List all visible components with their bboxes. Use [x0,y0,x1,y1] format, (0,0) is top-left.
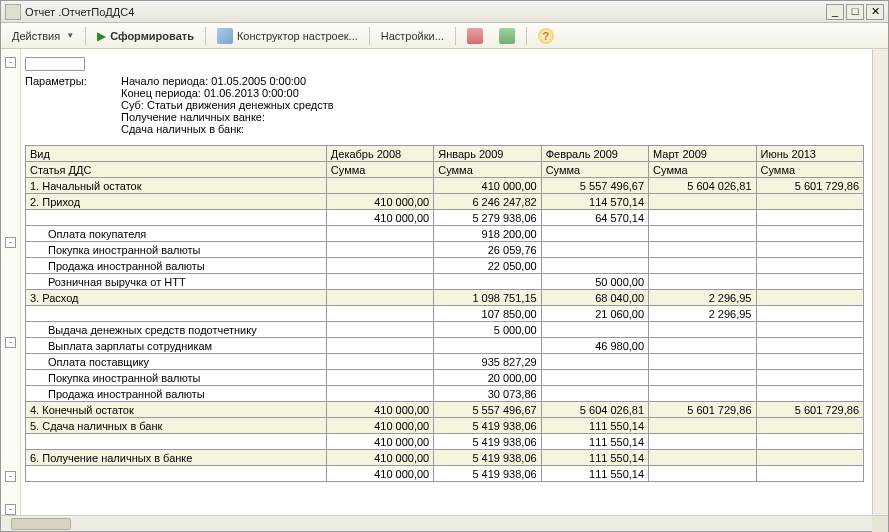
table-row[interactable]: 6. Получение наличных в банке410 000,005… [26,450,864,466]
cell-value: 5 000,00 [434,322,541,338]
table-row[interactable]: Покупка иностранной валюты26 059,76 [26,242,864,258]
param-key: Конец периода: [121,87,201,99]
titlebar: Отчет .ОтчетПоДДС4 _ □ ✕ [1,1,888,23]
param-key: Начало периода: [121,75,208,87]
cell-value [649,274,756,290]
cell-value: 918 200,00 [434,226,541,242]
header-row-2: Статья ДДС Сумма Сумма Сумма Сумма Сумма [26,162,864,178]
table-row[interactable]: Оплата поставщику935 827,29 [26,354,864,370]
toggle-s2[interactable]: - [5,237,16,248]
cell-value: 21 060,00 [541,306,648,322]
cell-value: 26 059,76 [434,242,541,258]
scroll-thumb[interactable] [11,518,71,530]
row-label: Оплата покупателя [26,226,327,242]
table-row[interactable]: 410 000,005 279 938,0664 570,14 [26,210,864,226]
row-label: Оплата поставщику [26,354,327,370]
help-button[interactable]: ? [531,25,561,47]
tool1-button[interactable] [460,25,490,47]
table-row[interactable]: Продажа иностранной валюты22 050,00 [26,258,864,274]
params-label: Параметры: [25,75,121,135]
cell-value [649,338,756,354]
vertical-scrollbar[interactable] [872,49,888,515]
cell-value [756,434,864,450]
chevron-down-icon: ▼ [66,31,74,40]
cell-value [541,258,648,274]
table-row[interactable]: 2. Приход410 000,006 246 247,82114 570,1… [26,194,864,210]
cell-value [649,370,756,386]
window-title: Отчет .ОтчетПоДДС4 [25,6,826,18]
col-sum: Сумма [326,162,433,178]
table-row[interactable]: 410 000,005 419 938,06111 550,14 [26,434,864,450]
cell-value [649,242,756,258]
constructor-button[interactable]: Конструктор настроек... [210,25,365,47]
minimize-button[interactable]: _ [826,4,844,20]
cell-value [649,450,756,466]
cell-value [326,338,433,354]
table-row[interactable]: 4. Конечный остаток410 000,005 557 496,6… [26,402,864,418]
table-row[interactable]: Продажа иностранной валюты30 073,86 [26,386,864,402]
filter-icon [499,28,515,44]
table-row[interactable]: 107 850,0021 060,002 296,95 [26,306,864,322]
row-label [26,210,327,226]
table-row[interactable]: 5. Сдача наличных в банк410 000,005 419 … [26,418,864,434]
cell-value [649,226,756,242]
toggle-top[interactable]: - [5,57,16,68]
cell-value [649,434,756,450]
toggle-s5[interactable]: - [5,471,16,482]
cell-value: 5 419 938,06 [434,450,541,466]
col-name1: Вид [26,146,327,162]
col-sum: Сумма [434,162,541,178]
report-body: Параметры: Начало периода: 01.05.2005 0:… [21,49,872,515]
tool2-button[interactable] [492,25,522,47]
window-buttons: _ □ ✕ [826,4,884,20]
row-label: Розничная выручка от НТТ [26,274,327,290]
table-row[interactable]: 410 000,005 419 938,06111 550,14 [26,466,864,482]
cell-value: 1 098 751,15 [434,290,541,306]
toggle-s6[interactable]: - [5,504,16,515]
cell-value: 410 000,00 [326,194,433,210]
settings-button[interactable]: Настройки... [374,27,451,45]
cell-value [434,338,541,354]
cell-value: 20 000,00 [434,370,541,386]
row-label [26,466,327,482]
table-row[interactable]: Оплата покупателя918 200,00 [26,226,864,242]
cell-value [756,274,864,290]
generate-button[interactable]: ▶ Сформировать [90,26,201,46]
cell-value [326,242,433,258]
cell-value: 50 000,00 [541,274,648,290]
actions-menu[interactable]: Действия ▼ [5,27,81,45]
separator [205,27,206,45]
cell-value [541,354,648,370]
separator [526,27,527,45]
col-sum: Сумма [756,162,864,178]
horizontal-scrollbar[interactable] [1,515,888,531]
param-box[interactable] [25,57,85,71]
row-label: Выплата зарплаты сотрудникам [26,338,327,354]
toggle-s3[interactable]: - [5,337,16,348]
cell-value [541,322,648,338]
cell-value [541,226,648,242]
table-row[interactable]: 1. Начальный остаток410 000,005 557 496,… [26,178,864,194]
row-label: Продажа иностранной валюты [26,258,327,274]
param-key: Суб: [121,99,144,111]
table-row[interactable]: 3. Расход1 098 751,1568 040,002 296,95 [26,290,864,306]
col-period: Июнь 2013 [756,146,864,162]
maximize-button[interactable]: □ [846,4,864,20]
cell-value [649,386,756,402]
cell-value [756,322,864,338]
table-row[interactable]: Выдача денежных средств подотчетнику5 00… [26,322,864,338]
close-button[interactable]: ✕ [866,4,884,20]
table-row[interactable]: Выплата зарплаты сотрудникам46 980,00 [26,338,864,354]
cell-value [326,290,433,306]
row-label: Продажа иностранной валюты [26,386,327,402]
cell-value: 5 604 026,81 [541,402,648,418]
cell-value: 5 557 496,67 [434,402,541,418]
table-row[interactable]: Покупка иностранной валюты20 000,00 [26,370,864,386]
cell-value: 30 073,86 [434,386,541,402]
actions-label: Действия [12,30,60,42]
settings-label: Настройки... [381,30,444,42]
window: Отчет .ОтчетПоДДС4 _ □ ✕ Действия ▼ ▶ Сф… [0,0,889,532]
cell-value: 111 550,14 [541,466,648,482]
table-row[interactable]: Розничная выручка от НТТ50 000,00 [26,274,864,290]
param-value: 01.06.2013 0:00:00 [204,87,299,99]
